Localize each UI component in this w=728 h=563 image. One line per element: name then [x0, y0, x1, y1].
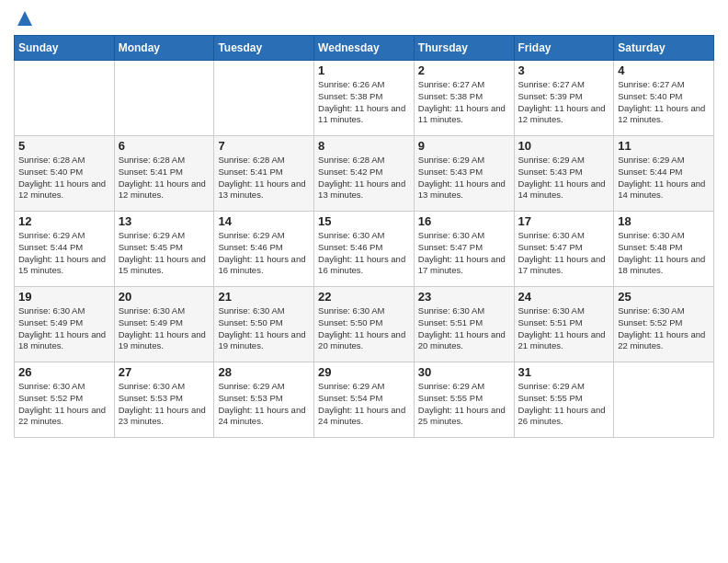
calendar-cell: 22Sunrise: 6:30 AMSunset: 5:50 PMDayligh… [314, 287, 415, 362]
day-info: Sunrise: 6:29 AMSunset: 5:43 PMDaylight:… [518, 155, 610, 201]
day-number: 17 [518, 214, 610, 228]
daylight-text: Daylight: 11 hours and 25 minutes. [418, 405, 506, 427]
daylight-text: Daylight: 11 hours and 16 minutes. [218, 254, 305, 276]
daylight-text: Daylight: 11 hours and 15 minutes. [119, 254, 206, 276]
daylight-text: Daylight: 11 hours and 20 minutes. [418, 329, 506, 351]
sunset-text: Sunset: 5:50 PM [218, 317, 282, 327]
calendar-cell: 1Sunrise: 6:26 AMSunset: 5:38 PMDaylight… [314, 61, 415, 136]
sunset-text: Sunset: 5:45 PM [119, 242, 183, 252]
day-number: 7 [218, 139, 310, 153]
calendar-cell: 21Sunrise: 6:30 AMSunset: 5:50 PMDayligh… [214, 287, 314, 362]
daylight-text: Daylight: 11 hours and 13 minutes. [218, 178, 305, 201]
day-number: 2 [418, 63, 510, 77]
day-info: Sunrise: 6:30 AMSunset: 5:49 PMDaylight:… [119, 305, 210, 352]
day-info: Sunrise: 6:27 AMSunset: 5:39 PMDaylight:… [518, 79, 610, 126]
daylight-text: Daylight: 11 hours and 18 minutes. [618, 254, 705, 276]
day-number: 9 [418, 139, 510, 153]
sunset-text: Sunset: 5:50 PM [318, 317, 382, 327]
sunrise-text: Sunrise: 6:27 AM [418, 79, 484, 89]
page-header [14, 9, 714, 28]
sunset-text: Sunset: 5:47 PM [518, 242, 583, 252]
calendar-cell: 7Sunrise: 6:28 AMSunset: 5:41 PMDaylight… [214, 136, 314, 212]
day-info: Sunrise: 6:30 AMSunset: 5:46 PMDaylight:… [318, 230, 410, 277]
daylight-text: Daylight: 11 hours and 24 minutes. [318, 405, 405, 427]
calendar-cell: 31Sunrise: 6:29 AMSunset: 5:55 PMDayligh… [514, 362, 614, 438]
calendar-cell: 16Sunrise: 6:30 AMSunset: 5:47 PMDayligh… [414, 212, 514, 287]
calendar-header: SundayMondayTuesdayWednesdayThursdayFrid… [15, 36, 714, 61]
daylight-text: Daylight: 11 hours and 22 minutes. [618, 329, 705, 351]
daylight-text: Daylight: 11 hours and 13 minutes. [318, 178, 405, 201]
calendar-cell: 5Sunrise: 6:28 AMSunset: 5:40 PMDaylight… [15, 136, 115, 212]
day-number: 20 [119, 290, 210, 304]
day-info: Sunrise: 6:29 AMSunset: 5:55 PMDaylight:… [418, 381, 510, 428]
sunset-text: Sunset: 5:55 PM [518, 393, 583, 403]
daylight-text: Daylight: 11 hours and 11 minutes. [318, 103, 405, 125]
daylight-text: Daylight: 11 hours and 24 minutes. [218, 405, 305, 427]
day-number: 30 [418, 365, 510, 379]
day-info: Sunrise: 6:30 AMSunset: 5:50 PMDaylight:… [318, 305, 410, 352]
day-number: 23 [418, 290, 510, 304]
sunset-text: Sunset: 5:41 PM [218, 167, 282, 177]
sunset-text: Sunset: 5:49 PM [18, 317, 83, 327]
day-number: 19 [18, 290, 110, 304]
daylight-text: Daylight: 11 hours and 23 minutes. [119, 405, 206, 427]
day-info: Sunrise: 6:30 AMSunset: 5:47 PMDaylight:… [518, 230, 610, 277]
day-number: 8 [318, 139, 410, 153]
sunset-text: Sunset: 5:39 PM [518, 91, 583, 101]
calendar-cell: 2Sunrise: 6:27 AMSunset: 5:38 PMDaylight… [414, 61, 514, 136]
weekday-header: Friday [514, 36, 614, 61]
calendar-cell: 6Sunrise: 6:28 AMSunset: 5:41 PMDaylight… [114, 136, 214, 212]
day-info: Sunrise: 6:30 AMSunset: 5:53 PMDaylight:… [119, 381, 210, 428]
daylight-text: Daylight: 11 hours and 18 minutes. [18, 329, 106, 351]
sunset-text: Sunset: 5:52 PM [618, 317, 682, 327]
calendar-cell: 27Sunrise: 6:30 AMSunset: 5:53 PMDayligh… [114, 362, 214, 438]
sunrise-text: Sunrise: 6:29 AM [418, 381, 484, 391]
day-number: 31 [518, 365, 610, 379]
daylight-text: Daylight: 11 hours and 16 minutes. [318, 254, 405, 276]
calendar-cell: 25Sunrise: 6:30 AMSunset: 5:52 PMDayligh… [614, 287, 714, 362]
sunrise-text: Sunrise: 6:29 AM [618, 155, 684, 165]
daylight-text: Daylight: 11 hours and 13 minutes. [418, 178, 506, 201]
sunset-text: Sunset: 5:40 PM [18, 167, 83, 177]
day-info: Sunrise: 6:28 AMSunset: 5:41 PMDaylight:… [218, 155, 310, 201]
sunset-text: Sunset: 5:38 PM [318, 91, 382, 101]
daylight-text: Daylight: 11 hours and 12 minutes. [618, 103, 705, 125]
daylight-text: Daylight: 11 hours and 22 minutes. [18, 405, 106, 427]
day-number: 15 [318, 214, 410, 228]
weekday-header: Sunday [15, 36, 115, 61]
calendar-cell: 26Sunrise: 6:30 AMSunset: 5:52 PMDayligh… [15, 362, 115, 438]
day-info: Sunrise: 6:29 AMSunset: 5:45 PMDaylight:… [119, 230, 210, 277]
sunrise-text: Sunrise: 6:29 AM [418, 155, 484, 165]
daylight-text: Daylight: 11 hours and 20 minutes. [318, 329, 405, 351]
sunset-text: Sunset: 5:47 PM [418, 242, 483, 252]
calendar-cell: 4Sunrise: 6:27 AMSunset: 5:40 PMDaylight… [614, 61, 714, 136]
sunset-text: Sunset: 5:52 PM [18, 393, 83, 403]
daylight-text: Daylight: 11 hours and 19 minutes. [218, 329, 305, 351]
day-number: 22 [318, 290, 410, 304]
day-number: 10 [518, 139, 610, 153]
day-info: Sunrise: 6:30 AMSunset: 5:52 PMDaylight:… [618, 305, 710, 352]
day-info: Sunrise: 6:27 AMSunset: 5:38 PMDaylight:… [418, 79, 510, 126]
day-info: Sunrise: 6:28 AMSunset: 5:42 PMDaylight:… [318, 155, 410, 201]
calendar-cell: 18Sunrise: 6:30 AMSunset: 5:48 PMDayligh… [614, 212, 714, 287]
day-info: Sunrise: 6:26 AMSunset: 5:38 PMDaylight:… [318, 79, 410, 126]
sunrise-text: Sunrise: 6:30 AM [518, 230, 585, 240]
calendar-cell: 12Sunrise: 6:29 AMSunset: 5:44 PMDayligh… [15, 212, 115, 287]
day-info: Sunrise: 6:30 AMSunset: 5:48 PMDaylight:… [618, 230, 710, 277]
day-number: 1 [318, 63, 410, 77]
calendar-cell: 3Sunrise: 6:27 AMSunset: 5:39 PMDaylight… [514, 61, 614, 136]
sunrise-text: Sunrise: 6:26 AM [318, 79, 384, 89]
sunrise-text: Sunrise: 6:29 AM [518, 381, 585, 391]
sunrise-text: Sunrise: 6:30 AM [518, 305, 585, 316]
calendar-cell: 13Sunrise: 6:29 AMSunset: 5:45 PMDayligh… [114, 212, 214, 287]
day-info: Sunrise: 6:28 AMSunset: 5:41 PMDaylight:… [119, 155, 210, 201]
day-info: Sunrise: 6:30 AMSunset: 5:51 PMDaylight:… [518, 305, 610, 352]
calendar-cell: 19Sunrise: 6:30 AMSunset: 5:49 PMDayligh… [15, 287, 115, 362]
sunset-text: Sunset: 5:51 PM [518, 317, 583, 327]
daylight-text: Daylight: 11 hours and 17 minutes. [518, 254, 606, 276]
day-info: Sunrise: 6:29 AMSunset: 5:46 PMDaylight:… [218, 230, 310, 277]
calendar-cell: 28Sunrise: 6:29 AMSunset: 5:53 PMDayligh… [214, 362, 314, 438]
day-info: Sunrise: 6:29 AMSunset: 5:44 PMDaylight:… [18, 230, 110, 277]
day-number: 18 [618, 214, 710, 228]
sunrise-text: Sunrise: 6:30 AM [618, 230, 684, 240]
